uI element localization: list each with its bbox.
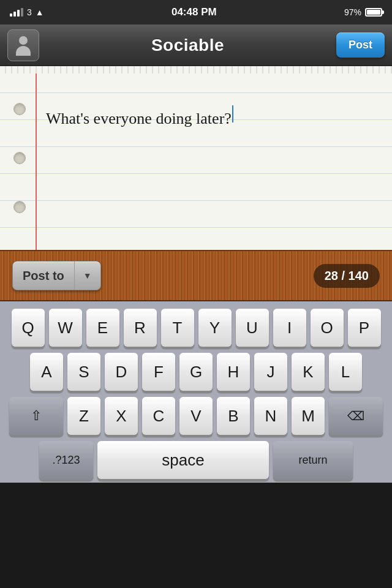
- carrier-label: 3: [27, 7, 32, 17]
- compose-content: What's everyone doing later?: [46, 105, 232, 132]
- numbers-label: .?123: [52, 454, 80, 467]
- key-j[interactable]: J: [254, 353, 287, 391]
- profile-icon: [14, 36, 32, 55]
- dropdown-arrow-icon: ▼: [75, 262, 100, 290]
- profile-button[interactable]: [7, 29, 39, 61]
- key-s[interactable]: S: [67, 353, 100, 391]
- shift-key[interactable]: ⇧: [9, 397, 63, 435]
- battery-icon: [365, 8, 382, 17]
- numbers-key[interactable]: .?123: [39, 441, 93, 479]
- status-bar: 3 ▲ 04:48 PM 97%: [0, 0, 392, 24]
- status-right: 97%: [344, 7, 382, 17]
- text-area-container[interactable]: What's everyone doing later?: [46, 78, 380, 244]
- key-m[interactable]: M: [292, 397, 325, 435]
- wifi-icon: ▲: [36, 7, 44, 17]
- key-c[interactable]: C: [142, 397, 175, 435]
- key-t[interactable]: T: [161, 309, 194, 347]
- key-h[interactable]: H: [217, 353, 250, 391]
- key-y[interactable]: Y: [198, 309, 232, 347]
- nav-bar: Sociable Post: [0, 24, 392, 66]
- toolbar: Post to ▼ 28 / 140: [0, 250, 392, 301]
- key-v[interactable]: V: [179, 397, 213, 435]
- key-e[interactable]: E: [86, 309, 119, 347]
- key-p[interactable]: P: [348, 309, 381, 347]
- space-key[interactable]: space: [97, 441, 269, 479]
- key-b[interactable]: B: [217, 397, 250, 435]
- hole: [13, 103, 26, 115]
- post-button[interactable]: Post: [336, 32, 385, 58]
- keyboard-row-1: QWERTYUIOP: [4, 309, 388, 347]
- key-l[interactable]: L: [329, 353, 362, 391]
- status-left: 3 ▲: [10, 7, 44, 17]
- return-label: return: [298, 454, 327, 467]
- backspace-key[interactable]: ⌫: [329, 397, 383, 435]
- key-f[interactable]: F: [142, 353, 175, 391]
- post-to-button[interactable]: Post to ▼: [12, 261, 101, 290]
- key-z[interactable]: Z: [67, 397, 100, 435]
- keyboard-row-2: ASDFGHJKL: [4, 353, 388, 391]
- key-w[interactable]: W: [49, 309, 82, 347]
- compose-text: What's everyone doing later?: [46, 78, 380, 132]
- battery-percentage: 97%: [344, 7, 361, 17]
- key-i[interactable]: I: [273, 309, 306, 347]
- key-q[interactable]: Q: [12, 309, 45, 347]
- post-to-label: Post to: [13, 262, 75, 290]
- space-label: space: [162, 451, 204, 470]
- clock: 04:48 PM: [172, 6, 217, 18]
- key-o[interactable]: O: [311, 309, 344, 347]
- key-g[interactable]: G: [179, 353, 213, 391]
- key-a[interactable]: A: [30, 353, 63, 391]
- hole: [13, 152, 26, 164]
- text-cursor: [232, 105, 233, 123]
- key-d[interactable]: D: [105, 353, 138, 391]
- key-u[interactable]: U: [236, 309, 269, 347]
- margin-line: [36, 66, 37, 250]
- char-count: 28 / 140: [314, 264, 380, 288]
- app-title: Sociable: [151, 36, 224, 55]
- keyboard: QWERTYUIOP ASDFGHJKL ⇧ ZXCVBNM⌫ .?123 sp…: [0, 301, 392, 483]
- notepad-holes: [13, 66, 31, 250]
- key-n[interactable]: N: [254, 397, 287, 435]
- return-key[interactable]: return: [273, 441, 353, 479]
- key-k[interactable]: K: [292, 353, 325, 391]
- hole: [13, 201, 26, 213]
- key-x[interactable]: X: [105, 397, 138, 435]
- backspace-icon: ⌫: [347, 409, 364, 423]
- shift-icon: ⇧: [31, 408, 42, 424]
- key-r[interactable]: R: [124, 309, 157, 347]
- keyboard-row-4: .?123 space return: [4, 441, 388, 479]
- keyboard-row-3: ⇧ ZXCVBNM⌫: [4, 397, 388, 435]
- signal-icon: [10, 8, 23, 17]
- notepad: What's everyone doing later?: [0, 66, 392, 250]
